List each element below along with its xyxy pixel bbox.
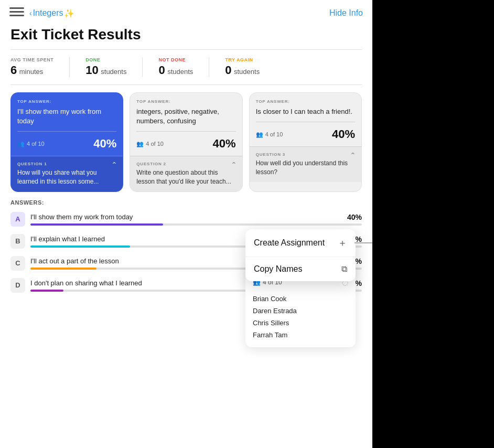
- cards-row: TOP ANSWER: I'll show them my work from …: [0, 92, 372, 199]
- answer-letter-a: A: [10, 212, 25, 227]
- stat-avg-value: 6 minutes: [10, 63, 53, 77]
- answer-bar-b: [30, 246, 130, 248]
- copy-names-item[interactable]: Copy Names ⧉: [245, 257, 356, 281]
- stat-not-done-label: NOT DONE: [158, 57, 193, 62]
- answer-text-c: I'll act out a part of the lesson: [30, 257, 119, 265]
- answer-letter-b: B: [10, 234, 25, 249]
- create-assignment-item[interactable]: Create Assignment ＋: [245, 229, 356, 257]
- breadcrumb-link[interactable]: ‹ Integers ✨: [29, 8, 74, 18]
- card3-question-text: How well did you understand this lesson?: [256, 159, 355, 177]
- student-name-1: Daren Estrada: [253, 305, 348, 317]
- card2-question-text: Write one question about this lesson tha…: [136, 168, 235, 186]
- stat-not-done: NOT DONE 0 students: [158, 57, 209, 77]
- card2-question-label: QUESTION 2: [136, 162, 235, 166]
- card3-people-icon: 👥: [256, 131, 263, 138]
- stat-try-again-label: TRY AGAIN: [225, 57, 260, 62]
- question-card-2[interactable]: TOP ANSWER: integers, positive, negative…: [130, 92, 242, 192]
- sparkle-icon: ✨: [64, 8, 74, 18]
- stat-not-done-value: 0 students: [158, 63, 193, 77]
- card1-question-label: QUESTION 1: [17, 162, 116, 166]
- card2-answer-text: integers, positive, negative, numbers, c…: [130, 107, 242, 131]
- question-card-3[interactable]: TOP ANSWER: Is closer to I can teach a f…: [249, 92, 362, 192]
- stats-row: AVG TIME SPENT 6 minutes DONE 10 student…: [0, 50, 372, 84]
- answers-label: ANSWERS:: [10, 199, 362, 206]
- page-title: Exit Ticket Results: [0, 24, 372, 49]
- copy-names-label: Copy Names: [254, 264, 302, 274]
- student-name-2: Chris Sillers: [253, 317, 348, 329]
- stat-done-label: DONE: [85, 57, 126, 62]
- card1-count: 👥 4 of 10: [17, 141, 45, 147]
- card2-question-section[interactable]: QUESTION 2 Write one question about this…: [130, 156, 242, 191]
- answer-letter-c: C: [10, 256, 25, 271]
- student-name-3: Farrah Tam: [253, 329, 348, 341]
- answer-bar-d: [30, 290, 63, 292]
- answer-bar-bg-a: [30, 223, 362, 226]
- card3-top-answer-label: TOP ANSWER:: [250, 93, 361, 107]
- right-panel: [372, 0, 494, 448]
- card2-stats: 👥 4 of 10 40%: [130, 132, 242, 156]
- student-name-0: Brian Cook: [253, 293, 348, 305]
- connector-line: [355, 242, 372, 243]
- answer-bar-a: [30, 223, 163, 226]
- stat-done-value: 10 students: [85, 63, 126, 77]
- card2-chevron-icon: ⌃: [231, 161, 237, 169]
- stats-divider: [10, 84, 362, 85]
- top-bar-left: ‹ Integers ✨: [9, 7, 74, 19]
- answer-text-d: I don't plan on sharing what I learned: [30, 279, 142, 287]
- stat-try-again: TRY AGAIN 0 students: [225, 57, 275, 77]
- card3-answer-text: Is closer to I can teach a friend!.: [250, 107, 361, 122]
- dropdown-popup: Create Assignment ＋ Copy Names ⧉: [245, 229, 356, 281]
- answer-letter-d: D: [10, 278, 25, 293]
- card1-chevron-icon: ⌃: [111, 161, 117, 169]
- card2-count: 👥 4 of 10: [136, 141, 164, 147]
- question-card-1[interactable]: TOP ANSWER: I'll show them my work from …: [10, 92, 123, 192]
- plus-icon: ＋: [338, 237, 347, 249]
- card3-stats: 👥 4 of 10 40%: [250, 122, 361, 146]
- card1-answer-text: I'll show them my work from today: [11, 107, 123, 131]
- card3-question-label: QUESTION 3: [256, 152, 355, 157]
- card2-percent: 40%: [213, 137, 236, 151]
- card2-top-answer-label: TOP ANSWER:: [130, 93, 242, 107]
- answer-content-a: I'll show them my work from today 40%: [30, 213, 362, 226]
- breadcrumb-text: Integers: [33, 8, 63, 18]
- card1-stats: 👥 4 of 10 40%: [11, 132, 123, 156]
- answer-pct-a: 40%: [347, 213, 362, 221]
- answer-item-a: A I'll show them my work from today 40%: [10, 212, 362, 227]
- card3-question-section[interactable]: QUESTION 3 How well did you understand t…: [250, 146, 361, 182]
- card3-chevron-icon: ⌃: [350, 151, 356, 159]
- card1-top-answer-label: TOP ANSWER:: [11, 93, 123, 107]
- card2-people-icon: 👥: [136, 141, 144, 147]
- stat-avg-label: AVG TIME SPENT: [10, 57, 53, 62]
- answer-text-row-a: I'll show them my work from today 40%: [30, 213, 362, 221]
- students-list: Brian Cook Daren Estrada Chris Sillers F…: [245, 291, 356, 347]
- answer-text-a: I'll show them my work from today: [30, 213, 133, 221]
- answer-text-b: I'll explain what I learned: [30, 235, 105, 243]
- stat-try-again-value: 0 students: [225, 63, 260, 77]
- card1-percent: 40%: [93, 137, 116, 151]
- top-bar: ‹ Integers ✨ Hide Info: [0, 0, 372, 24]
- chevron-left-icon: ‹: [29, 9, 32, 17]
- card3-count: 👥 4 of 10: [256, 131, 283, 138]
- sidebar-toggle-icon[interactable]: [9, 7, 24, 19]
- answer-bar-c: [30, 268, 96, 270]
- card1-question-section[interactable]: QUESTION 1 How will you share what you l…: [11, 156, 123, 191]
- stat-avg-time: AVG TIME SPENT 6 minutes: [10, 57, 70, 77]
- card1-question-text: How will you share what you learned in t…: [17, 168, 116, 186]
- card1-people-icon: 👥: [17, 141, 25, 147]
- create-assignment-label: Create Assignment: [254, 238, 325, 248]
- copy-icon: ⧉: [341, 264, 347, 274]
- hide-info-button[interactable]: Hide Info: [329, 8, 363, 18]
- main-panel: ‹ Integers ✨ Hide Info Exit Ticket Resul…: [0, 0, 372, 448]
- card3-percent: 40%: [332, 127, 355, 141]
- stat-done: DONE 10 students: [85, 57, 143, 77]
